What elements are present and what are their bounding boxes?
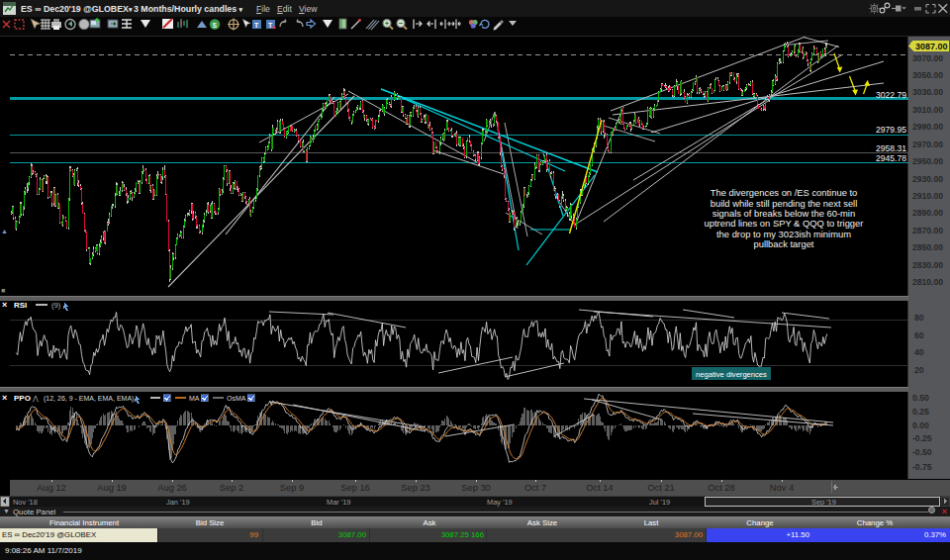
svg-text:⋀: ⋀: [32, 395, 39, 403]
svg-text:2970.00: 2970.00: [912, 140, 943, 149]
svg-text:OsMA: OsMA: [227, 395, 246, 402]
svg-text:2810.00: 2810.00: [912, 277, 943, 287]
svg-text:Sep 2: Sep 2: [220, 483, 243, 493]
svg-text:3050.00: 3050.00: [912, 70, 943, 80]
svg-text:PPO: PPO: [14, 394, 31, 403]
svg-text:Oct 14: Oct 14: [586, 483, 613, 493]
svg-text:▲: ▲: [1, 228, 8, 234]
svg-text:-0.50: -0.50: [912, 447, 932, 457]
svg-text:3010.00: 3010.00: [912, 105, 943, 115]
svg-text:Sep 9: Sep 9: [280, 483, 304, 493]
svg-text:2950.00: 2950.00: [912, 156, 943, 166]
svg-text:3022.79: 3022.79: [876, 90, 906, 100]
svg-text:RSI: RSI: [14, 301, 27, 310]
svg-text:2830.00: 2830.00: [912, 260, 943, 270]
svg-text:uptrend lines on SPY & QQQ to: uptrend lines on SPY & QQQ to trigger: [705, 218, 864, 229]
svg-text:T: T: [254, 22, 259, 29]
svg-text:$: $: [213, 21, 218, 30]
svg-text:80: 80: [914, 313, 924, 323]
svg-text:Oct 21: Oct 21: [647, 483, 674, 493]
svg-text:60: 60: [914, 330, 924, 340]
svg-text:build while still pending the: build while still pending the next sell: [711, 198, 858, 209]
svg-text:-0.25: -0.25: [912, 433, 932, 443]
svg-text:Sep 30: Sep 30: [461, 483, 490, 493]
svg-text:Aug 12: Aug 12: [37, 483, 65, 493]
svg-text:20: 20: [914, 365, 924, 375]
svg-text:2979.95: 2979.95: [876, 125, 906, 135]
svg-text:signals of breaks below the 60: signals of breaks below the 60-min: [712, 208, 855, 219]
svg-text:negative divergences: negative divergences: [696, 370, 767, 379]
svg-text:Jul '19: Jul '19: [649, 498, 670, 507]
svg-text:(9): (9): [51, 301, 61, 310]
svg-text:Sep 16: Sep 16: [340, 483, 369, 493]
svg-text:3087.00: 3087.00: [915, 42, 948, 51]
svg-text:Jan '19: Jan '19: [166, 498, 190, 507]
svg-text:Sep 23: Sep 23: [401, 483, 429, 493]
svg-text:T: T: [268, 22, 273, 29]
svg-text:40: 40: [914, 347, 924, 357]
svg-text:2930.00: 2930.00: [912, 174, 943, 184]
svg-text:2890.00: 2890.00: [912, 208, 943, 218]
svg-text:May '19: May '19: [487, 498, 513, 507]
svg-text:Aug 19: Aug 19: [97, 483, 126, 493]
svg-text:2945.78: 2945.78: [876, 153, 906, 163]
svg-text:(12, 26, 9 - EMA, EMA, EMA): (12, 26, 9 - EMA, EMA, EMA): [44, 395, 134, 403]
svg-text:3070.00: 3070.00: [912, 53, 943, 63]
svg-text:Sep '19: Sep '19: [811, 498, 836, 507]
svg-text:2870.00: 2870.00: [912, 226, 943, 235]
svg-text:■: ■: [1, 287, 5, 294]
svg-text:Oct 7: Oct 7: [524, 483, 546, 493]
svg-text:0.50: 0.50: [912, 393, 929, 403]
svg-text:2990.00: 2990.00: [912, 122, 943, 132]
svg-text:×: ×: [2, 300, 7, 310]
svg-text:0.25: 0.25: [912, 407, 929, 417]
svg-text:Nov '18: Nov '18: [13, 498, 38, 507]
svg-text:The divergences on /ES continu: The divergences on /ES continue to: [711, 187, 858, 198]
svg-text:2910.00: 2910.00: [912, 191, 943, 201]
svg-text:2958.31: 2958.31: [876, 143, 906, 153]
svg-text:Nov 4: Nov 4: [770, 483, 794, 493]
svg-text:×: ×: [2, 393, 7, 403]
svg-text:the drop to my 3023ish minimum: the drop to my 3023ish minimum: [716, 229, 851, 239]
svg-text:Aug 26: Aug 26: [157, 483, 186, 493]
svg-text:0.00: 0.00: [912, 420, 929, 430]
svg-text:MA: MA: [189, 395, 200, 402]
svg-text:Oct 28: Oct 28: [708, 483, 734, 493]
svg-text:-0.75: -0.75: [912, 462, 932, 472]
svg-text:2850.00: 2850.00: [912, 242, 943, 252]
svg-text:pullback target: pullback target: [754, 238, 814, 249]
svg-text:Mar '19: Mar '19: [327, 498, 350, 507]
svg-text:3030.00: 3030.00: [912, 87, 943, 97]
